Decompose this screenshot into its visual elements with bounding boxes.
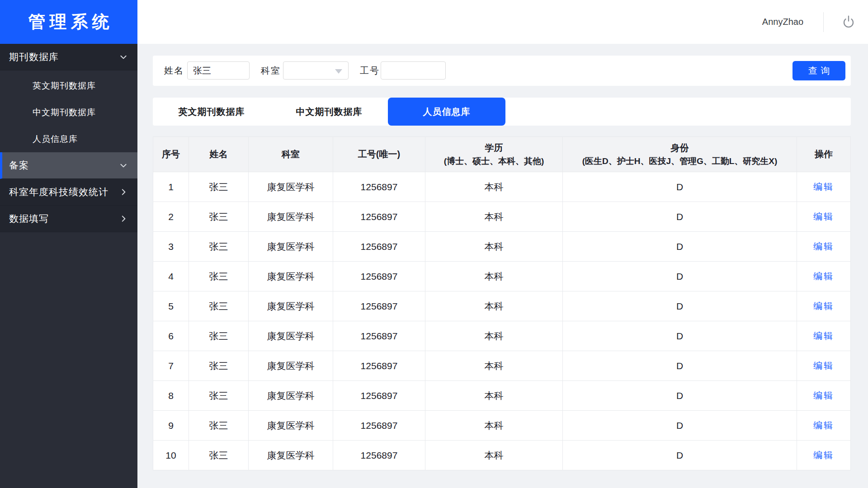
edit-link[interactable]: 编辑 xyxy=(813,330,834,342)
cell-name: 张三 xyxy=(189,262,249,291)
cell-action: 编辑 xyxy=(797,291,851,321)
edit-link[interactable]: 编辑 xyxy=(813,419,834,432)
sidebar-item-label: 期刊数据库 xyxy=(9,51,59,63)
cell-identity: D xyxy=(563,232,797,262)
cell-identity: D xyxy=(563,172,797,202)
chevron-down-icon xyxy=(119,161,127,169)
cell-identity: D xyxy=(563,202,797,232)
cell-name: 张三 xyxy=(189,411,249,441)
tab-english-journal-db[interactable]: 英文期刊数据库 xyxy=(153,98,270,126)
cell-index: 2 xyxy=(153,202,189,232)
cell-degree: 本科 xyxy=(425,291,563,321)
cell-identity: D xyxy=(563,351,797,381)
sidebar-item-label: 科室年度科技绩效统计 xyxy=(9,186,108,198)
cell-name: 张三 xyxy=(189,351,249,381)
cell-degree: 本科 xyxy=(425,172,563,202)
sidebar-item-data-entry[interactable]: 数据填写 xyxy=(0,206,137,232)
sidebar-item-filing[interactable]: 备案 xyxy=(0,152,137,179)
table-row: 6张三康复医学科1256897本科D编辑 xyxy=(153,321,851,351)
col-header-action: 操作 xyxy=(797,137,851,172)
col-header-degree-subtitle: (博士、硕士、本科、其他) xyxy=(444,155,544,167)
cell-action: 编辑 xyxy=(797,321,851,351)
table-row: 7张三康复医学科1256897本科D编辑 xyxy=(153,351,851,381)
sidebar-item-label: 数据填写 xyxy=(9,212,49,225)
query-button[interactable]: 查询 xyxy=(793,61,845,80)
tab-personnel-db[interactable]: 人员信息库 xyxy=(388,98,505,126)
cell-employee-id: 1256897 xyxy=(333,172,425,202)
table-row: 1张三康复医学科1256897本科D编辑 xyxy=(153,172,851,202)
edit-link[interactable]: 编辑 xyxy=(813,300,834,312)
cell-identity: D xyxy=(563,411,797,441)
cell-department: 康复医学科 xyxy=(249,291,333,321)
cell-name: 张三 xyxy=(189,291,249,321)
name-input[interactable] xyxy=(187,61,250,80)
cell-index: 3 xyxy=(153,232,189,262)
edit-link[interactable]: 编辑 xyxy=(813,270,834,282)
edit-link[interactable]: 编辑 xyxy=(813,360,834,372)
power-icon xyxy=(840,13,858,31)
cell-identity: D xyxy=(563,291,797,321)
sidebar-item-label: 备案 xyxy=(9,159,29,172)
cell-name: 张三 xyxy=(189,232,249,262)
sidebar-item-journal-db[interactable]: 期刊数据库 xyxy=(0,44,137,70)
cell-employee-id: 1256897 xyxy=(333,262,425,291)
edit-link[interactable]: 编辑 xyxy=(813,211,834,223)
edit-link[interactable]: 编辑 xyxy=(813,240,834,253)
cell-degree: 本科 xyxy=(425,202,563,232)
sidebar-item-personnel-db[interactable]: 人员信息库 xyxy=(0,126,137,152)
app-logo: 管理系统 xyxy=(0,0,137,44)
cell-index: 1 xyxy=(153,172,189,202)
table-row: 8张三康复医学科1256897本科D编辑 xyxy=(153,381,851,411)
employee-id-input[interactable] xyxy=(381,61,446,80)
sidebar-item-chinese-journal-db[interactable]: 中文期刊数据库 xyxy=(0,99,137,126)
cell-name: 张三 xyxy=(189,202,249,232)
department-label: 科室 xyxy=(261,56,281,86)
cell-department: 康复医学科 xyxy=(249,262,333,291)
edit-link[interactable]: 编辑 xyxy=(813,389,834,402)
cell-identity: D xyxy=(563,441,797,470)
top-bar: AnnyZhao xyxy=(137,0,868,44)
tab-chinese-journal-db[interactable]: 中文期刊数据库 xyxy=(270,98,388,126)
table-body: 1张三康复医学科1256897本科D编辑2张三康复医学科1256897本科D编辑… xyxy=(153,172,851,470)
table-row: 3张三康复医学科1256897本科D编辑 xyxy=(153,232,851,262)
cell-identity: D xyxy=(563,262,797,291)
cell-employee-id: 1256897 xyxy=(333,321,425,351)
cell-employee-id: 1256897 xyxy=(333,291,425,321)
table-row: 2张三康复医学科1256897本科D编辑 xyxy=(153,202,851,232)
cell-department: 康复医学科 xyxy=(249,441,333,470)
sidebar-item-dept-annual-performance[interactable]: 科室年度科技绩效统计 xyxy=(0,179,137,206)
cell-degree: 本科 xyxy=(425,441,563,470)
cell-action: 编辑 xyxy=(797,232,851,262)
logout-button[interactable] xyxy=(839,13,858,32)
username: AnnyZhao xyxy=(762,17,803,27)
department-select[interactable] xyxy=(283,61,349,80)
cell-degree: 本科 xyxy=(425,381,563,411)
col-header-name: 姓名 xyxy=(189,137,249,172)
cell-index: 5 xyxy=(153,291,189,321)
sidebar-item-label: 人员信息库 xyxy=(33,133,78,145)
cell-index: 7 xyxy=(153,351,189,381)
name-label: 姓名 xyxy=(164,56,184,86)
tab-bar: 英文期刊数据库 中文期刊数据库 人员信息库 xyxy=(153,98,851,126)
cell-employee-id: 1256897 xyxy=(333,232,425,262)
col-header-degree: 学历 (博士、硕士、本科、其他) xyxy=(425,137,563,172)
cell-employee-id: 1256897 xyxy=(333,411,425,441)
cell-degree: 本科 xyxy=(425,411,563,441)
sidebar: 期刊数据库 英文期刊数据库 中文期刊数据库 人员信息库 备案 科室年度科技绩效统… xyxy=(0,44,137,488)
cell-action: 编辑 xyxy=(797,381,851,411)
cell-department: 康复医学科 xyxy=(249,232,333,262)
edit-link[interactable]: 编辑 xyxy=(813,449,834,461)
sidebar-item-english-journal-db[interactable]: 英文期刊数据库 xyxy=(0,72,137,99)
chevron-right-icon xyxy=(119,188,127,196)
cell-action: 编辑 xyxy=(797,262,851,291)
cell-index: 8 xyxy=(153,381,189,411)
chevron-down-icon xyxy=(119,53,127,61)
personnel-table: 序号 姓名 科室 工号(唯一) 学历 (博士、硕士、本科、其他) 身份 (医生D… xyxy=(153,136,851,470)
cell-identity: D xyxy=(563,381,797,411)
cell-index: 10 xyxy=(153,441,189,470)
employee-id-label: 工号 xyxy=(360,56,380,86)
cell-action: 编辑 xyxy=(797,202,851,232)
edit-link[interactable]: 编辑 xyxy=(813,181,834,193)
topbar-divider xyxy=(823,12,824,32)
col-header-department: 科室 xyxy=(249,137,333,172)
